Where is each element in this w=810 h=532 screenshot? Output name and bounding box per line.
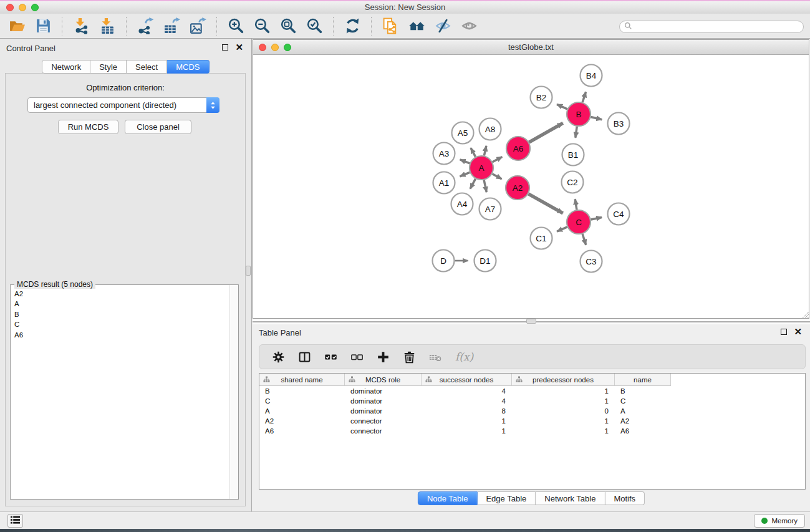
table-cell[interactable]: 8 (422, 406, 512, 416)
table-cell[interactable]: 1 (512, 426, 615, 436)
import-table-icon[interactable] (97, 16, 118, 36)
tab-node-table[interactable]: Node Table (418, 491, 478, 505)
search-input[interactable] (632, 22, 803, 31)
run-mcds-button[interactable]: Run MCDS (58, 120, 118, 134)
columns-icon[interactable] (298, 351, 311, 364)
float-panel-icon[interactable] (222, 44, 228, 51)
export-image-icon[interactable] (187, 16, 208, 36)
column-header-shared-name[interactable]: shared name (259, 374, 345, 386)
zoom-in-icon[interactable] (225, 16, 246, 36)
export-table-icon[interactable] (161, 16, 182, 36)
memory-button[interactable]: Memory (754, 514, 805, 528)
mcds-result-item[interactable]: A (14, 299, 226, 309)
refresh-icon[interactable] (342, 16, 363, 36)
column-header-successor-nodes[interactable]: successor nodes (422, 374, 512, 386)
minimize-window-button[interactable] (19, 4, 26, 11)
tab-style[interactable]: Style (90, 60, 127, 74)
table-cell[interactable]: A6 (615, 426, 671, 436)
horizontal-splitter-handle[interactable] (526, 319, 536, 324)
mcds-result-item[interactable]: A6 (14, 330, 226, 340)
graph-edge-C-C2[interactable] (575, 199, 577, 210)
graph-edge-C-C3[interactable] (582, 234, 586, 245)
trash-icon[interactable] (403, 351, 416, 364)
table-row[interactable]: A6connector11A6 (259, 426, 805, 436)
graph-edge-B-B1[interactable] (576, 127, 577, 138)
column-header-mcds-role[interactable]: MCDS role (345, 374, 422, 386)
table-cell[interactable]: B (615, 386, 671, 396)
graph-edge-A-A8[interactable] (484, 146, 486, 156)
deselect-all-icon[interactable] (350, 351, 364, 364)
close-window-button[interactable] (6, 4, 14, 11)
graph-edge-C-C1[interactable] (557, 227, 567, 231)
open-folder-icon[interactable] (6, 16, 27, 36)
zoom-selected-icon[interactable] (304, 16, 325, 36)
tab-mcds[interactable]: MCDS (167, 60, 209, 74)
table-cell[interactable]: 4 (422, 386, 512, 396)
mcds-result-item[interactable]: C (14, 319, 226, 329)
table-cell[interactable]: dominator (345, 386, 422, 396)
graph-edge-A-A5[interactable] (471, 148, 476, 157)
table-row[interactable]: Cdominator41C (259, 396, 805, 406)
home-icon[interactable] (406, 16, 427, 36)
table-cell[interactable]: 1 (422, 426, 512, 436)
zoom-out-icon[interactable] (251, 16, 272, 36)
graph-edge-C-C4[interactable] (591, 217, 602, 220)
tab-edge-table[interactable]: Edge Table (477, 491, 536, 505)
table-cell[interactable]: A6 (259, 426, 345, 436)
graph-edge-B-B2[interactable] (557, 104, 567, 109)
function-builder-icon[interactable]: f(x) (455, 351, 473, 363)
float-table-panel-icon[interactable] (781, 329, 787, 335)
maximize-view-button[interactable] (284, 44, 291, 51)
result-scrollbar[interactable] (229, 285, 238, 499)
graph-edge-A-A6[interactable] (493, 157, 503, 162)
zoom-fit-icon[interactable] (277, 16, 299, 36)
table-row[interactable]: A2connector11A2 (259, 416, 805, 426)
table-cell[interactable]: A (615, 406, 671, 416)
save-icon[interactable] (32, 16, 54, 36)
hide-graphics-icon[interactable] (432, 16, 453, 36)
close-table-panel-icon[interactable]: ✕ (794, 328, 802, 335)
network-from-file-icon[interactable] (380, 16, 401, 36)
table-cell[interactable]: dominator (345, 406, 422, 416)
table-cell[interactable]: connector (345, 416, 422, 426)
tab-network-table[interactable]: Network Table (536, 491, 605, 505)
graph-edge-B-B4[interactable] (582, 92, 586, 102)
table-row[interactable]: Adominator80A (259, 406, 805, 416)
table-cell[interactable]: A (259, 406, 345, 416)
graph-edge-B-B3[interactable] (591, 117, 602, 120)
criterion-select[interactable]: largest connected component (directed) (27, 97, 219, 113)
delete-table-icon[interactable] (429, 351, 442, 364)
table-cell[interactable]: 1 (512, 396, 615, 406)
column-header-predecessor-nodes[interactable]: predecessor nodes (512, 374, 615, 386)
select-all-icon[interactable] (324, 351, 337, 364)
close-view-button[interactable] (259, 44, 266, 51)
network-canvas[interactable]: AA1A2A3A4A5A6A7A8BB1B2B3B4CC1C2C3C4DD1 (253, 55, 809, 318)
table-cell[interactable]: 1 (422, 416, 512, 426)
graph-edge-A-A7[interactable] (484, 180, 486, 193)
add-icon[interactable] (377, 351, 390, 364)
table-cell[interactable]: dominator (345, 396, 422, 406)
graph-edge-A-A3[interactable] (460, 160, 470, 163)
close-panel-button[interactable]: Close panel (125, 120, 191, 134)
table-row[interactable]: Bdominator41B (259, 386, 805, 396)
resize-grip-icon[interactable] (801, 310, 809, 318)
search-box[interactable] (619, 21, 804, 33)
table-cell[interactable]: C (259, 396, 345, 406)
graph-edge-A-A2[interactable] (493, 174, 502, 179)
show-graphics-icon[interactable] (458, 16, 480, 36)
tab-network[interactable]: Network (42, 60, 90, 74)
graph-edge-A6-B[interactable] (529, 123, 562, 142)
table-cell[interactable]: A2 (615, 416, 671, 426)
column-header-name[interactable]: name (615, 374, 671, 386)
gear-icon[interactable] (272, 351, 285, 364)
graph-edge-A-A4[interactable] (470, 179, 476, 189)
table-cell[interactable]: C (615, 396, 671, 406)
close-panel-icon[interactable]: ✕ (235, 44, 243, 51)
table-cell[interactable]: B (259, 386, 345, 396)
graph-edge-A2-C[interactable] (528, 194, 562, 213)
table-cell[interactable]: 0 (512, 406, 615, 416)
tab-select[interactable]: Select (127, 60, 167, 74)
minimize-view-button[interactable] (271, 44, 279, 51)
vertical-splitter-handle[interactable] (246, 266, 251, 276)
table-cell[interactable]: A2 (259, 416, 345, 426)
